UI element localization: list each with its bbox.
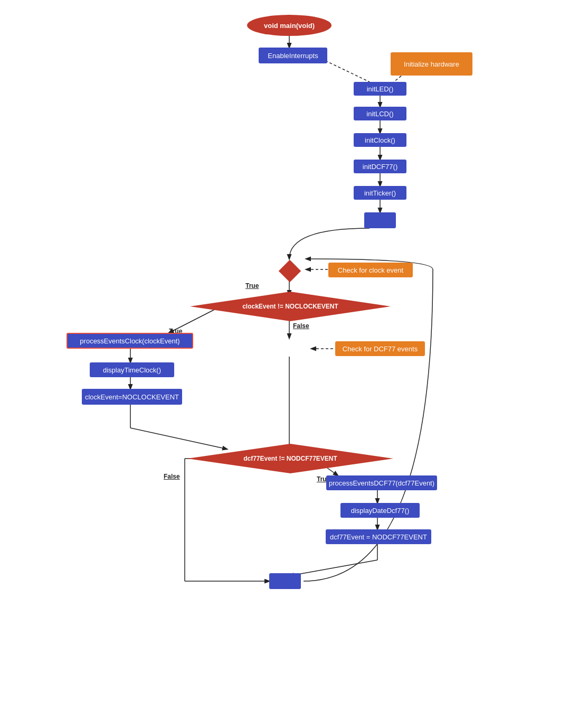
clock-event-diamond-container: clockEvent != NOCLOCKEVENT — [190, 292, 391, 321]
main-oval: void main(void) — [247, 15, 331, 36]
init-dcf77-box: initDCF77() — [354, 160, 406, 173]
process-events-clock-box: processEventsClock(clockEvent) — [67, 333, 193, 349]
dcf77-diamond-container: dcf77Event != NODCF77EVENT — [187, 444, 393, 473]
check-clock-event-box: Check for clock event — [328, 263, 413, 277]
false-label-1: False — [293, 322, 309, 330]
svg-line-21 — [289, 560, 377, 576]
arrows-layer — [0, 0, 578, 728]
process-dcf77-box: processEventsDCF77(dcf77Event) — [326, 475, 437, 490]
init-lcd-box: initLCD() — [354, 107, 406, 120]
init-ticker-box: initTicker() — [354, 186, 406, 200]
dcf77-reset-box: dcf77Event = NODCF77EVENT — [326, 529, 431, 544]
display-date-dcf77-box: displayDateDcf77() — [340, 503, 420, 518]
small-diamond-container — [279, 260, 301, 282]
clock-event-reset-box: clockEvent=NOCLOCKEVENT — [82, 389, 182, 405]
init-clock-box: initClock() — [354, 133, 406, 147]
clock-event-diamond-label: clockEvent != NOCLOCKEVENT — [242, 303, 338, 310]
init-hardware-box: Initialize hardware — [391, 52, 472, 76]
check-dcf77-box: Check for DCF77 events — [335, 341, 425, 356]
blank-box-2 — [269, 573, 301, 589]
display-time-clock-box: displayTimeClock() — [90, 362, 174, 377]
false-label-2: False — [164, 473, 180, 480]
enable-interrupts-box: EnableInterrupts — [259, 48, 327, 63]
true-label-1: True — [245, 282, 259, 290]
blank-box-1 — [364, 212, 396, 228]
flowchart: void main(void) EnableInterrupts Initial… — [0, 0, 578, 728]
init-led-box: initLED() — [354, 82, 406, 96]
dcf77-diamond-label: dcf77Event != NODCF77EVENT — [243, 455, 337, 462]
